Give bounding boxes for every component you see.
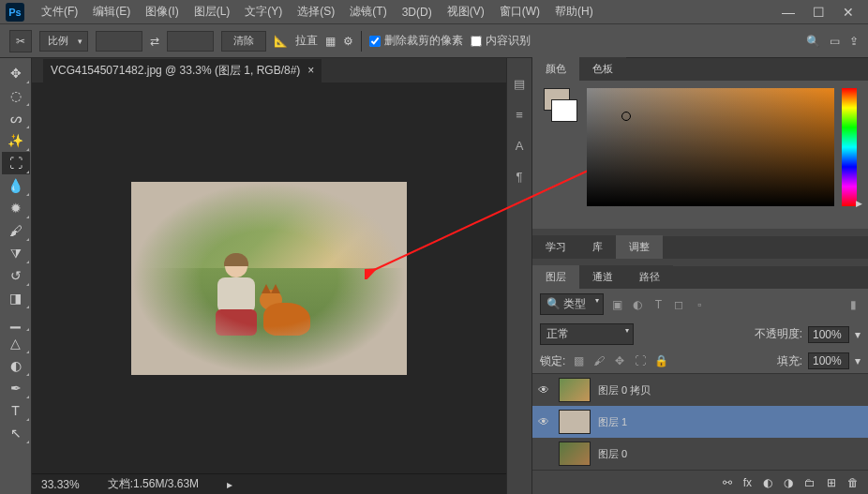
adjustment-layer-icon[interactable]: ◑ — [784, 476, 793, 489]
tab-color[interactable]: 颜色 — [532, 57, 579, 81]
properties-icon[interactable]: ≡ — [516, 108, 523, 122]
lock-paint-icon[interactable]: 🖌 — [591, 354, 606, 367]
menu-layer[interactable]: 图层(L) — [187, 4, 238, 20]
close-tab-icon[interactable]: × — [307, 64, 314, 77]
layer-fx-icon[interactable]: fx — [743, 476, 752, 489]
menu-select[interactable]: 选择(S) — [290, 4, 342, 20]
tab-libraries[interactable]: 库 — [579, 235, 616, 259]
layer-thumbnail[interactable] — [559, 378, 591, 402]
layer-name[interactable]: 图层 0 — [598, 447, 627, 461]
menu-file[interactable]: 文件(F) — [34, 4, 85, 20]
menu-image[interactable]: 图像(I) — [138, 4, 186, 20]
filter-pixel-icon[interactable]: ▣ — [609, 298, 624, 311]
filter-type-icon[interactable]: T — [651, 298, 666, 311]
layer-thumbnail[interactable] — [559, 442, 591, 466]
background-swatch[interactable] — [551, 99, 577, 122]
color-field[interactable] — [587, 88, 834, 206]
layer-row[interactable]: 👁 图层 1 — [532, 406, 868, 438]
group-icon[interactable]: 🗀 — [804, 476, 816, 489]
ratio-width-input[interactable] — [96, 31, 142, 52]
lock-pos-icon[interactable]: ✥ — [612, 354, 627, 367]
lock-nest-icon[interactable]: ⛶ — [633, 354, 648, 367]
window-minimize-button[interactable]: — — [774, 3, 802, 22]
brush-tool[interactable]: 🖌 — [2, 219, 30, 242]
ratio-height-input[interactable] — [167, 31, 214, 52]
share-icon[interactable]: ⇪ — [849, 36, 859, 47]
swap-icon[interactable]: ⇄ — [150, 36, 159, 47]
visibility-icon[interactable]: 👁 — [538, 415, 551, 428]
history-brush-tool[interactable]: ↺ — [2, 264, 30, 287]
pen-tool[interactable]: ✒ — [2, 377, 30, 399]
tab-learn[interactable]: 学习 — [532, 235, 579, 259]
tab-adjustments[interactable]: 调整 — [616, 235, 663, 259]
layer-name[interactable]: 图层 1 — [598, 415, 627, 429]
dodge-tool[interactable]: ◐ — [2, 354, 30, 377]
workspace-icon[interactable]: ▭ — [830, 36, 840, 47]
new-layer-icon[interactable]: ⊞ — [827, 476, 836, 489]
layer-row[interactable]: 👁 图层 0 拷贝 — [532, 374, 868, 406]
menu-filter[interactable]: 滤镜(T) — [342, 4, 394, 20]
heal-tool[interactable]: ✹ — [2, 197, 30, 219]
filter-toggle-icon[interactable]: ▮ — [846, 298, 861, 311]
link-layers-icon[interactable]: ⚯ — [723, 476, 732, 489]
doc-info[interactable]: 文档:1.56M/3.63M — [108, 476, 199, 492]
magic-wand-tool[interactable]: ✨ — [2, 129, 30, 152]
content-aware-checkbox[interactable]: 内容识别 — [471, 33, 531, 49]
delete-cropped-checkbox[interactable]: 删除裁剪的像素 — [369, 33, 463, 49]
layer-name[interactable]: 图层 0 拷贝 — [598, 383, 651, 397]
stamp-tool[interactable]: ⧩ — [2, 242, 30, 264]
tab-layers[interactable]: 图层 — [532, 265, 579, 289]
type-tool[interactable]: T — [2, 399, 30, 422]
path-tool[interactable]: ↖ — [2, 422, 30, 444]
history-icon[interactable]: ▤ — [514, 77, 525, 91]
filter-smart-icon[interactable]: ▫ — [692, 298, 707, 311]
canvas[interactable] — [32, 82, 506, 473]
window-maximize-button[interactable]: ☐ — [804, 3, 832, 22]
filter-shape-icon[interactable]: ◻ — [671, 298, 686, 311]
filter-adjust-icon[interactable]: ◐ — [630, 298, 645, 311]
layer-filter-kind[interactable]: 🔍 类型 — [540, 293, 604, 315]
crop-tool[interactable]: ⛶ — [2, 152, 30, 174]
document-tab-label: VCG41545071482.jpg @ 33.3% (图层 1, RGB/8#… — [51, 63, 300, 79]
layer-mask-icon[interactable]: ◐ — [763, 476, 772, 489]
grid-icon[interactable]: ▦ — [325, 36, 336, 47]
search-icon[interactable]: 🔍 — [806, 36, 820, 47]
straighten-icon[interactable]: 📐 — [274, 36, 288, 47]
menu-window[interactable]: 窗口(W) — [492, 4, 547, 20]
blend-mode-select[interactable]: 正常 — [540, 323, 634, 345]
move-tool[interactable]: ✥ — [2, 62, 30, 84]
status-bar: 33.33% 文档:1.56M/3.63M ▸ — [32, 473, 506, 494]
eyedropper-tool[interactable]: 💧 — [2, 174, 30, 197]
lasso-tool[interactable]: ᔕ — [2, 107, 30, 129]
crop-tool-icon[interactable]: ✂ — [9, 30, 32, 52]
character-icon[interactable]: A — [516, 139, 524, 153]
blur-tool[interactable]: △ — [2, 332, 30, 354]
hue-slider[interactable]: ▶ — [842, 88, 857, 206]
lock-trans-icon[interactable]: ▩ — [571, 354, 586, 367]
marquee-tool[interactable]: ◌ — [2, 84, 30, 107]
tab-swatches[interactable]: 色板 — [579, 57, 626, 81]
zoom-level[interactable]: 33.33% — [41, 478, 80, 491]
visibility-icon[interactable]: 👁 — [538, 383, 551, 397]
document-tab[interactable]: VCG41545071482.jpg @ 33.3% (图层 1, RGB/8#… — [43, 59, 322, 82]
fill-input[interactable]: 100% — [808, 352, 849, 369]
gradient-tool[interactable]: ▁ — [2, 309, 30, 332]
menu-3d[interactable]: 3D(D) — [395, 6, 440, 19]
gear-icon[interactable]: ⚙ — [343, 36, 353, 47]
tab-paths[interactable]: 路径 — [626, 265, 673, 289]
paragraph-icon[interactable]: ¶ — [516, 170, 523, 184]
window-close-button[interactable]: ✕ — [834, 3, 862, 22]
opacity-input[interactable]: 100% — [808, 326, 849, 343]
layer-thumbnail[interactable] — [559, 410, 591, 434]
delete-layer-icon[interactable]: 🗑 — [847, 476, 859, 489]
lock-all-icon[interactable]: 🔒 — [653, 354, 668, 367]
menu-help[interactable]: 帮助(H) — [547, 4, 601, 20]
clear-button[interactable]: 清除 — [221, 31, 266, 52]
menu-edit[interactable]: 编辑(E) — [85, 4, 138, 20]
layer-row[interactable]: 图层 0 — [532, 438, 868, 470]
menu-view[interactable]: 视图(V) — [440, 4, 492, 20]
menu-type[interactable]: 文字(Y) — [237, 4, 290, 20]
eraser-tool[interactable]: ◨ — [2, 287, 30, 309]
ratio-select[interactable]: 比例 — [39, 31, 88, 52]
tab-channels[interactable]: 通道 — [579, 265, 626, 289]
